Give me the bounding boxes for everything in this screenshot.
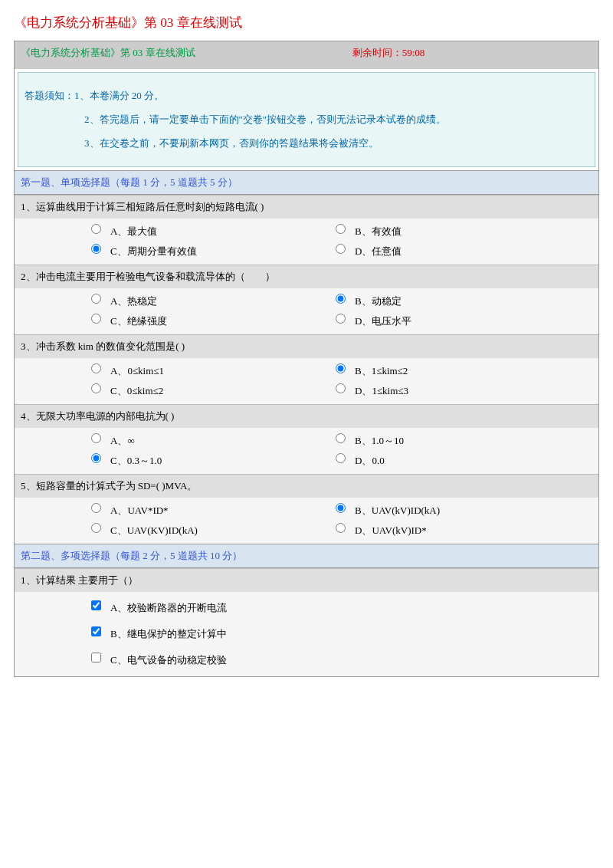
q2-radio-c[interactable]	[91, 314, 101, 324]
q2-label-c: C、绝缘强度	[110, 314, 167, 328]
quiz-header-bar: 《电力系统分析基础》第 03 章在线测试 剩余时间：59:08	[15, 41, 598, 64]
q5-radio-a[interactable]	[91, 503, 101, 513]
timer-label: 剩余时间：	[352, 47, 402, 58]
mq1-check-c[interactable]	[91, 653, 101, 663]
section-2-header: 第二题、多项选择题（每题 2 分，5 道题共 10 分）	[15, 544, 598, 568]
q2-radio-a[interactable]	[91, 294, 101, 304]
spacer	[15, 64, 598, 69]
quiz-container: 《电力系统分析基础》第 03 章在线测试 剩余时间：59:08 答题须知：1、本…	[14, 41, 599, 677]
mq1-label-b: B、继电保护的整定计算中	[110, 627, 227, 641]
q3-label-d: D、1≤kim≤3	[355, 384, 408, 398]
q4-radio-d[interactable]	[336, 453, 346, 463]
q1-label-c: C、周期分量有效值	[110, 245, 197, 258]
mq1-text: 1、计算结果 主要用于（）	[15, 568, 598, 592]
mq1-label-a: A、校验断路器的开断电流	[110, 601, 227, 615]
q4-radio-a[interactable]	[91, 433, 101, 443]
q1-radio-d[interactable]	[336, 244, 346, 254]
q5-options: A、UAV*ID* B、UAV(kV)ID(kA) C、UAV(KV)ID(kA…	[15, 498, 598, 544]
instruction-line-1: 答题须知：1、本卷满分 20 分。	[25, 84, 588, 107]
q2-options: A、热稳定 B、动稳定 C、绝缘强度 D、电压水平	[15, 288, 598, 334]
q5-label-a: A、UAV*ID*	[110, 504, 169, 518]
timer-value: 59:08	[402, 47, 425, 58]
q3-label-c: C、0≤kim≤2	[110, 384, 163, 398]
q1-radio-c[interactable]	[91, 244, 101, 254]
q2-radio-b[interactable]	[336, 294, 346, 304]
instruction-line-3: 3、在交卷之前，不要刷新本网页，否则你的答题结果将会被清空。	[25, 131, 588, 155]
q3-label-a: A、0≤kim≤1	[110, 364, 164, 378]
q3-radio-c[interactable]	[91, 383, 101, 393]
q2-label-b: B、动稳定	[355, 294, 402, 308]
instructions-box: 答题须知：1、本卷满分 20 分。 2、答完题后，请一定要单击下面的"交卷"按钮…	[18, 72, 595, 167]
q5-label-b: B、UAV(kV)ID(kA)	[355, 504, 440, 518]
q3-radio-d[interactable]	[336, 383, 346, 393]
q4-options: A、∞ B、1.0～10 C、0.3～1.0 D、0.0	[15, 428, 598, 474]
q3-radio-a[interactable]	[91, 363, 101, 373]
q1-label-b: B、有效值	[355, 225, 402, 238]
q5-label-d: D、UAV(kV)ID*	[355, 524, 427, 538]
q4-label-a: A、∞	[110, 434, 135, 448]
q5-radio-c[interactable]	[91, 523, 101, 533]
q3-label-b: B、1≤kim≤2	[355, 364, 408, 378]
q1-radio-b[interactable]	[336, 224, 346, 234]
q5-text: 5、短路容量的计算式子为 SD=( )MVA。	[15, 474, 598, 498]
mq1-label-c: C、电气设备的动稳定校验	[110, 653, 227, 667]
q1-label-d: D、任意值	[355, 245, 402, 258]
mq1-check-b[interactable]	[91, 626, 101, 636]
q3-options: A、0≤kim≤1 B、1≤kim≤2 C、0≤kim≤2 D、1≤kim≤3	[15, 358, 598, 404]
section-1-header: 第一题、单项选择题（每题 1 分，5 道题共 5 分）	[15, 170, 598, 195]
q5-radio-b[interactable]	[336, 503, 346, 513]
q5-radio-d[interactable]	[336, 523, 346, 533]
timer: 剩余时间：59:08	[352, 46, 425, 60]
q2-text: 2、冲击电流主要用于检验电气设备和载流导体的（ ）	[15, 265, 598, 288]
page-title: 《电力系统分析基础》第 03 章在线测试	[14, 14, 599, 31]
q4-radio-c[interactable]	[91, 453, 101, 463]
q2-label-d: D、电压水平	[355, 314, 411, 328]
q5-label-c: C、UAV(KV)ID(kA)	[110, 524, 198, 538]
q2-radio-d[interactable]	[336, 314, 346, 324]
mq1-options: A、校验断路器的开断电流 B、继电保护的整定计算中 C、电气设备的动稳定校验	[15, 592, 598, 676]
q2-label-a: A、热稳定	[110, 294, 157, 308]
q4-text: 4、无限大功率电源的内部电抗为( )	[15, 404, 598, 428]
instruction-line-2: 2、答完题后，请一定要单击下面的"交卷"按钮交卷，否则无法记录本试卷的成绩。	[25, 107, 588, 131]
q4-radio-b[interactable]	[336, 433, 346, 443]
q1-options: A、最大值 B、有效值 C、周期分量有效值 D、任意值	[15, 219, 598, 265]
q1-text: 1、运算曲线用于计算三相短路后任意时刻的短路电流( )	[15, 195, 598, 219]
quiz-title-text: 《电力系统分析基础》第 03 章在线测试	[21, 46, 352, 60]
q4-label-c: C、0.3～1.0	[110, 454, 162, 468]
q1-radio-a[interactable]	[91, 224, 101, 234]
q3-text: 3、冲击系数 kim 的数值变化范围是( )	[15, 334, 598, 358]
q3-radio-b[interactable]	[336, 363, 346, 373]
q1-label-a: A、最大值	[110, 225, 157, 238]
q4-label-b: B、1.0～10	[355, 434, 404, 448]
mq1-check-a[interactable]	[91, 600, 101, 610]
q4-label-d: D、0.0	[355, 454, 385, 468]
